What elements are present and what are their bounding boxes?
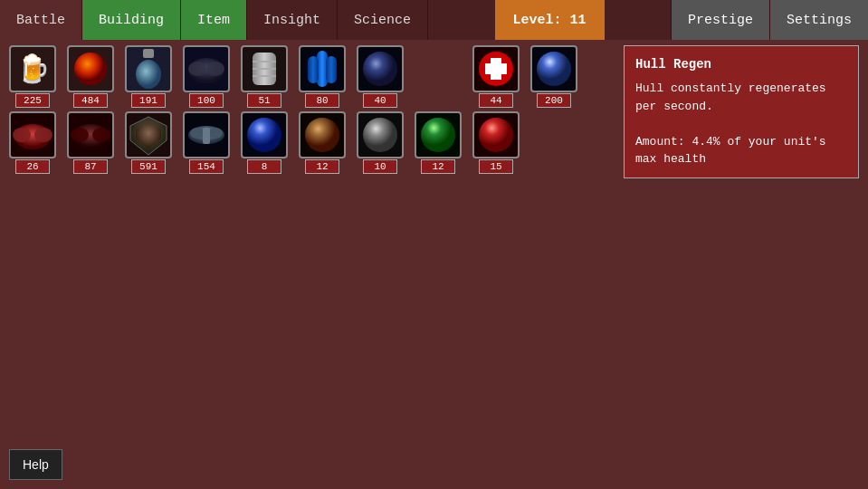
item-wings-dark[interactable]: 87 [63, 111, 118, 174]
item-gem-green-count: 12 [421, 159, 455, 174]
item-cross-count: 44 [479, 93, 513, 108]
item-sphere1[interactable]: 40 [353, 45, 407, 108]
item-blue-cyl[interactable]: 80 [295, 45, 349, 108]
svg-point-20 [34, 128, 52, 142]
item-orb-brown[interactable]: 12 [295, 111, 349, 174]
item-wings-blue[interactable]: 100 [179, 45, 234, 108]
item-orb-grey-count: 10 [363, 159, 397, 174]
tooltip-line3: Amount: 4.4% of your unit's max health [635, 135, 826, 167]
item-wings-dark-count: 87 [73, 159, 108, 174]
svg-point-28 [208, 128, 223, 139]
sphere1-icon [357, 45, 404, 92]
item-gem-green[interactable]: 12 [411, 111, 465, 174]
svg-point-17 [537, 52, 571, 86]
orb-red-icon [472, 111, 520, 158]
svg-point-19 [13, 128, 31, 142]
svg-rect-1 [143, 49, 154, 58]
wings-dark-icon [67, 111, 114, 158]
item-wings-red[interactable]: 26 [5, 111, 60, 174]
item-orb-red[interactable]: 15 [469, 111, 523, 174]
item-orb-grey[interactable]: 10 [353, 111, 407, 174]
item-mug[interactable]: 🍺 225 [5, 45, 60, 108]
svg-point-23 [92, 128, 110, 142]
item-gem-blue-count: 8 [247, 159, 281, 174]
svg-point-13 [363, 52, 397, 86]
svg-point-33 [421, 118, 455, 152]
item-gem-blue[interactable]: 8 [237, 111, 291, 174]
item-blue-cyl-count: 80 [305, 93, 339, 108]
svg-rect-12 [326, 56, 337, 83]
item-fire1-count: 484 [73, 93, 108, 108]
item-barrel-count: 51 [247, 93, 281, 108]
svg-rect-11 [308, 56, 319, 83]
orb-grey-icon [357, 111, 404, 158]
blue-sphere-icon [530, 45, 577, 92]
gem-blue-icon [241, 111, 288, 158]
item-wings-red-count: 26 [15, 159, 50, 174]
prestige-button[interactable]: Prestige [671, 0, 769, 40]
item-fire1[interactable]: 484 [63, 45, 118, 108]
item-wings-blue-count: 100 [189, 93, 224, 108]
item-blue-sphere[interactable]: 200 [527, 45, 581, 108]
wings-blue-icon [183, 45, 230, 92]
tooltip-line1: Hull constantly regenerates per second. [635, 82, 826, 113]
potion-icon [125, 45, 172, 92]
tooltip-title: Hull Regen [635, 55, 847, 74]
nav-bar: Battle Building Item Insight Science Lev… [0, 0, 868, 40]
item-sphere1-count: 40 [363, 93, 397, 108]
svg-rect-29 [203, 128, 210, 144]
settings-button[interactable]: Settings [769, 0, 868, 40]
barrel-icon [241, 45, 288, 92]
svg-point-32 [363, 118, 397, 152]
svg-rect-16 [485, 63, 507, 74]
svg-point-5 [206, 62, 224, 76]
svg-point-30 [247, 118, 281, 152]
item-blue-sphere-count: 200 [537, 93, 571, 108]
level-display: Level: 11 [495, 0, 605, 40]
tooltip-box: Hull Regen Hull constantly regenerates p… [624, 45, 859, 178]
item-ship-count: 154 [189, 159, 224, 174]
svg-point-31 [305, 118, 339, 152]
svg-point-22 [71, 128, 89, 142]
svg-point-34 [479, 118, 513, 152]
gem-green-icon [415, 111, 462, 158]
svg-point-0 [74, 53, 107, 85]
svg-point-4 [188, 62, 206, 76]
tab-item[interactable]: Item [181, 0, 247, 40]
tab-insight[interactable]: Insight [247, 0, 338, 40]
item-orb-brown-count: 12 [305, 159, 339, 174]
item-pot1[interactable]: 191 [121, 45, 176, 108]
item-shield-dark[interactable]: 591 [121, 111, 176, 174]
item-orb-red-count: 15 [479, 159, 513, 174]
mug-icon: 🍺 [9, 45, 56, 92]
tooltip-body: Hull constantly regenerates per second. … [635, 80, 847, 168]
fire-orb-icon [67, 45, 114, 92]
tab-building[interactable]: Building [82, 0, 181, 40]
orb-brown-icon [299, 111, 346, 158]
shield-dark-icon [125, 111, 172, 158]
tab-battle[interactable]: Battle [0, 0, 82, 40]
blue-cyl-icon [299, 45, 346, 92]
item-barrel[interactable]: 51 [237, 45, 291, 108]
item-shield-dark-count: 591 [131, 159, 166, 174]
ship-icon [183, 111, 230, 158]
item-ship[interactable]: 154 [179, 111, 234, 174]
tab-science[interactable]: Science [338, 0, 428, 40]
cross-icon [472, 45, 520, 92]
wings-red-icon [9, 111, 56, 158]
item-mug-count: 225 [15, 93, 50, 108]
help-button[interactable]: Help [9, 449, 62, 480]
item-pot1-count: 191 [131, 93, 166, 108]
item-cross[interactable]: 44 [469, 45, 523, 108]
item-gap [411, 45, 465, 108]
svg-point-2 [136, 60, 161, 89]
svg-point-27 [190, 128, 205, 139]
